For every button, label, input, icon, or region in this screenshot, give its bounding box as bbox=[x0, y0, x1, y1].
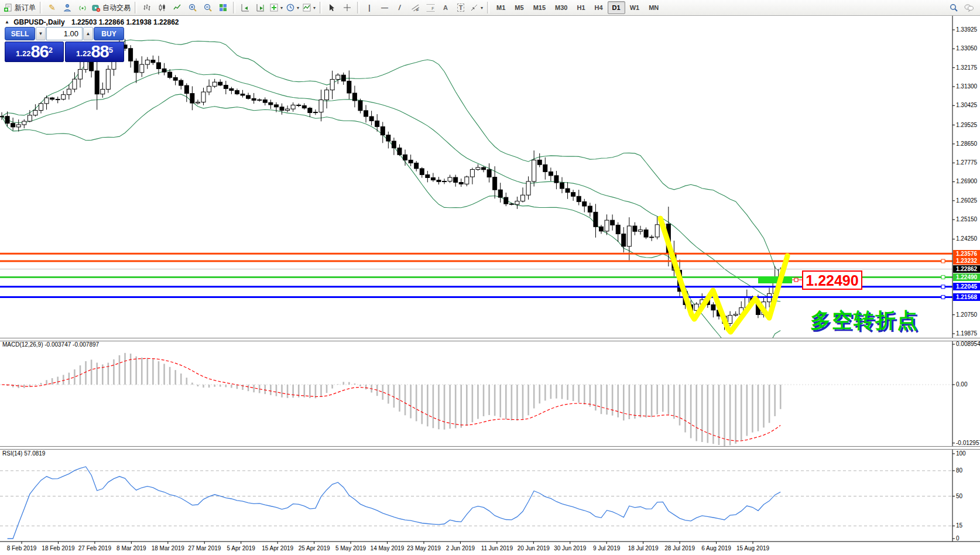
symbol-period-label: GBPUSD-,Daily bbox=[13, 18, 64, 26]
rsi-axis-tick: 100 bbox=[956, 450, 980, 457]
sell-price-pip: 2 bbox=[49, 40, 53, 60]
date-tick-label: 25 Apr 2019 bbox=[299, 545, 330, 551]
turning-point-annotation[interactable]: 多空转折点 bbox=[810, 307, 919, 334]
price-tick: 1.20750 bbox=[956, 311, 980, 318]
volume-increase-button[interactable]: ▲ bbox=[83, 27, 93, 40]
rsi-axis-tick: 0 bbox=[956, 535, 980, 542]
price-line-label[interactable]: 1.22490 bbox=[953, 273, 980, 281]
price-tick: 1.31300 bbox=[956, 83, 980, 90]
date-tick-label: 2 Jun 2019 bbox=[446, 545, 475, 551]
date-tick-label: 11 Jun 2019 bbox=[481, 545, 513, 551]
date-tick-label: 27 Feb 2019 bbox=[78, 545, 111, 551]
one-click-trading-panel: SELL ▼ ▲ BUY 1.22862 1.22885 bbox=[5, 27, 124, 62]
date-tick-label: 5 May 2019 bbox=[335, 545, 366, 551]
pane-splitter-macd[interactable] bbox=[0, 338, 980, 341]
date-tick-label: 20 Jun 2019 bbox=[518, 545, 550, 551]
date-tick-label: 5 Apr 2019 bbox=[227, 545, 255, 551]
price-tick: 1.27775 bbox=[956, 159, 980, 166]
price-tick: 1.33050 bbox=[956, 45, 980, 52]
date-tick-label: 9 Jul 2019 bbox=[593, 545, 620, 551]
date-tick-label: 18 Jul 2019 bbox=[628, 545, 659, 551]
macd-axis-tick: 0.008954 bbox=[956, 341, 980, 348]
buy-price-pip: 5 bbox=[109, 40, 113, 60]
ohlc-values: 1.22503 1.22866 1.21938 1.22862 bbox=[71, 18, 179, 26]
sell-price-display[interactable]: 1.22862 bbox=[5, 42, 64, 62]
macd-axis-tick: 0.00 bbox=[956, 381, 980, 388]
date-tick-label: 8 Mar 2019 bbox=[116, 545, 146, 551]
chart-title: ▲ GBPUSD-,Daily 1.22503 1.22866 1.21938 … bbox=[5, 18, 179, 26]
date-tick-label: 18 Mar 2019 bbox=[152, 545, 184, 551]
price-tick: 1.26900 bbox=[956, 178, 980, 185]
price-line-label[interactable]: 1.23576 bbox=[953, 250, 980, 258]
date-tick-label: 30 Jun 2019 bbox=[554, 545, 586, 551]
sell-button[interactable]: SELL bbox=[5, 27, 35, 40]
price-line-label[interactable]: 1.23232 bbox=[953, 257, 980, 265]
buy-price-prefix: 1.22 bbox=[76, 47, 91, 60]
price-line-label[interactable]: 1.21568 bbox=[953, 293, 980, 301]
buy-button[interactable]: BUY bbox=[94, 27, 124, 40]
date-tick-label: 6 Aug 2019 bbox=[701, 545, 731, 551]
pane-splitter-rsi[interactable] bbox=[0, 446, 980, 450]
price-tick: 1.26025 bbox=[956, 197, 980, 204]
date-tick-label: 15 Apr 2019 bbox=[262, 545, 293, 551]
date-tick-label: 27 Mar 2019 bbox=[188, 545, 221, 551]
rsi-axis-tick: 50 bbox=[956, 493, 980, 500]
buy-price-big: 88 bbox=[91, 43, 108, 60]
price-line-label[interactable]: 1.22862 bbox=[953, 265, 980, 273]
date-tick-label: 15 Aug 2019 bbox=[736, 545, 769, 551]
date-tick-label: 18 Feb 2019 bbox=[42, 545, 74, 551]
price-tick: 1.33925 bbox=[956, 26, 980, 33]
price-tick: 1.29525 bbox=[956, 122, 980, 129]
sell-price-prefix: 1.22 bbox=[16, 47, 30, 60]
buy-price-display[interactable]: 1.22885 bbox=[65, 42, 124, 62]
price-line-label[interactable]: 1.22045 bbox=[953, 283, 980, 290]
price-tick: 1.25150 bbox=[956, 216, 980, 223]
sell-price-big: 86 bbox=[30, 43, 48, 60]
volume-decrease-button[interactable]: ▼ bbox=[36, 27, 46, 40]
date-tick-label: 14 May 2019 bbox=[371, 545, 405, 551]
price-tick: 1.24250 bbox=[956, 235, 980, 242]
price-tick: 1.28650 bbox=[956, 141, 980, 148]
rsi-axis-tick: 80 bbox=[956, 467, 980, 474]
price-tick: 1.30425 bbox=[956, 102, 980, 109]
price-tick: 1.32175 bbox=[956, 64, 980, 71]
date-tick-label: 28 Jul 2019 bbox=[664, 545, 695, 551]
macd-axis-tick: -0.012957 bbox=[956, 440, 980, 447]
volume-input[interactable] bbox=[46, 27, 83, 40]
collapse-arrow-icon[interactable]: ▲ bbox=[5, 19, 9, 25]
macd-indicator-label: MACD(12,26,9) -0.003747 -0.007897 bbox=[2, 341, 99, 348]
rsi-axis-tick: 15 bbox=[956, 522, 980, 529]
price-tick: 1.19875 bbox=[956, 330, 980, 337]
date-tick-label: 8 Feb 2019 bbox=[7, 545, 37, 551]
mt4-window: 新订单 ✎ 自动交易 bbox=[0, 0, 980, 555]
price-level-callout[interactable]: 1.22490 bbox=[802, 270, 862, 290]
rsi-indicator-label: RSI(14) 57.0819 bbox=[2, 450, 45, 457]
date-tick-label: 23 May 2019 bbox=[407, 545, 441, 551]
